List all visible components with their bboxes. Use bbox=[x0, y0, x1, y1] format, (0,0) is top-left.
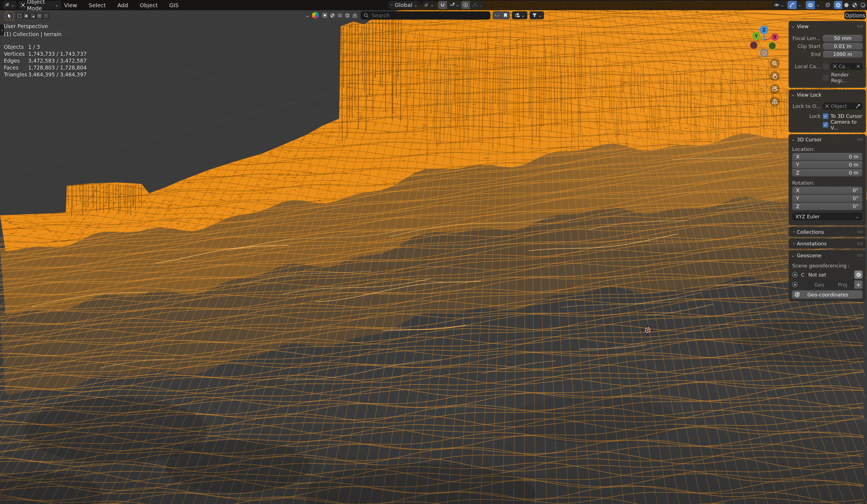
drag-grip-icon[interactable] bbox=[857, 242, 863, 245]
orientation-label: Global bbox=[395, 2, 412, 8]
select-mode-invert[interactable] bbox=[36, 13, 43, 19]
curve-falloff-button[interactable] bbox=[493, 11, 501, 19]
crs-settings-button[interactable] bbox=[854, 270, 863, 279]
clip-end-field[interactable]: 1000 m bbox=[823, 51, 863, 58]
shading-wireframe-button[interactable] bbox=[834, 1, 842, 9]
overlays-icon bbox=[807, 2, 813, 8]
tab-render[interactable] bbox=[329, 12, 336, 19]
viewport-canvas[interactable] bbox=[0, 0, 867, 504]
snap-toggle[interactable] bbox=[438, 1, 447, 9]
panel-geoscene-header[interactable]: ⌄ Geoscene bbox=[791, 252, 863, 259]
proj-button[interactable]: Proj bbox=[831, 280, 854, 289]
drag-grip-icon[interactable] bbox=[857, 138, 863, 141]
menu-object[interactable]: Object bbox=[140, 2, 158, 9]
clip-start-field[interactable]: 0.01 m bbox=[823, 43, 863, 50]
proportional-falloff-dropdown[interactable]: ⌄ bbox=[470, 1, 484, 9]
tab-brush[interactable] bbox=[351, 12, 358, 19]
shading-solid-button[interactable] bbox=[842, 1, 850, 9]
crs-radio[interactable] bbox=[792, 272, 798, 277]
search-input[interactable] bbox=[361, 11, 490, 20]
camera-to-view-checkbox[interactable]: ✓ bbox=[823, 122, 828, 128]
chevron-down-icon: ⌄ bbox=[780, 3, 784, 7]
sidebar-open-tab[interactable]: › bbox=[0, 24, 4, 35]
cursor-rotation-x[interactable]: X0° bbox=[792, 186, 862, 194]
visibility-dropdown[interactable]: ⌄ bbox=[772, 1, 786, 9]
gizmo-dropdown[interactable]: ⌄ bbox=[796, 1, 803, 9]
focal-length-field[interactable]: 50 mm bbox=[823, 35, 863, 42]
transform-orientation-dropdown[interactable]: Global ⌄ bbox=[388, 1, 420, 9]
menu-gis[interactable]: GIS bbox=[169, 2, 179, 9]
render-region-checkbox[interactable] bbox=[823, 75, 829, 81]
panel-collections[interactable]: ⌄ Collections bbox=[789, 227, 866, 237]
panel-annotations[interactable]: ⌄ Annotations bbox=[789, 238, 866, 248]
menu-add[interactable]: Add bbox=[117, 2, 128, 9]
chevron-down-icon[interactable]: ⌄ bbox=[305, 12, 310, 18]
cursor-location-x[interactable]: X0 m bbox=[792, 153, 862, 160]
shading-rendered-button[interactable] bbox=[859, 1, 867, 9]
editor-type-button[interactable]: ⌄ bbox=[3, 1, 17, 9]
geo-button[interactable]: Geo bbox=[808, 280, 831, 289]
shading-material-button[interactable] bbox=[850, 1, 859, 9]
proportional-edit-toggle[interactable] bbox=[461, 1, 470, 9]
menu-view[interactable]: View bbox=[64, 2, 77, 9]
zoom-button[interactable] bbox=[770, 58, 780, 68]
cursor-location-y[interactable]: Y0 m bbox=[792, 161, 862, 168]
axis-x-label: X bbox=[773, 35, 777, 40]
panel-geoscene: ⌄ Geoscene Scene georeferencing : C Not … bbox=[789, 250, 866, 301]
show-overlays-toggle[interactable] bbox=[806, 1, 815, 9]
cursor-location-z[interactable]: Z0 m bbox=[792, 169, 862, 176]
tab-physics[interactable] bbox=[336, 12, 343, 19]
bookmark-button[interactable] bbox=[501, 11, 510, 19]
orthographic-toggle-button[interactable] bbox=[770, 97, 780, 107]
geo-radio[interactable] bbox=[792, 282, 798, 287]
select-mode-subtract[interactable] bbox=[29, 13, 36, 19]
rotation-mode-dropdown[interactable]: XYZ Euler ⌄ bbox=[792, 213, 862, 220]
editor-3d-viewport-icon bbox=[5, 2, 9, 8]
menu-select[interactable]: Select bbox=[89, 2, 106, 9]
panel-view-header[interactable]: ⌄ View bbox=[791, 23, 863, 30]
cursor-rotation-y[interactable]: Y0° bbox=[792, 195, 862, 202]
xray-toggle[interactable] bbox=[823, 1, 832, 9]
tab-tool[interactable] bbox=[321, 12, 329, 19]
filter-dropdown[interactable]: ⌄ bbox=[529, 11, 544, 19]
options-dropdown[interactable]: Options bbox=[844, 11, 866, 19]
location-label: Location: bbox=[792, 146, 815, 152]
gis-addon-icon[interactable] bbox=[312, 12, 319, 19]
lock-3d-cursor-checkbox[interactable]: ✓ bbox=[823, 114, 828, 119]
camera-data-icon bbox=[833, 64, 837, 68]
mode-dropdown[interactable]: Object Mode ⌄ bbox=[18, 1, 61, 9]
drag-grip-icon[interactable] bbox=[857, 231, 863, 233]
local-camera-object-field[interactable]: Ca... ✕ bbox=[831, 63, 863, 70]
panel-view-lock-header[interactable]: ⌄ View Lock bbox=[791, 92, 863, 98]
geo-coordinates-button[interactable]: Geo-coordinates bbox=[792, 290, 863, 299]
camera-view-button[interactable] bbox=[770, 84, 780, 94]
select-mode-intersect[interactable] bbox=[43, 13, 49, 19]
pivot-point-dropdown[interactable]: ⌄ bbox=[422, 1, 436, 9]
snap-target-dropdown[interactable]: ⌄ bbox=[447, 1, 461, 9]
display-mode-dropdown[interactable]: ⌄ bbox=[512, 11, 527, 19]
chevron-down-icon: ⌄ bbox=[791, 24, 795, 29]
panel-3d-cursor-header[interactable]: ⌄ 3D Cursor bbox=[791, 136, 863, 143]
cursor-rotation-z[interactable]: Z0° bbox=[792, 203, 862, 210]
eyedropper-icon[interactable] bbox=[856, 104, 860, 108]
navigation-gizmo[interactable]: Z Y X bbox=[747, 23, 781, 57]
pan-button[interactable] bbox=[770, 71, 780, 81]
clip-start-label: Clip Start bbox=[789, 43, 821, 49]
panel-title: View bbox=[797, 23, 809, 29]
drag-grip-icon[interactable] bbox=[857, 25, 863, 28]
close-icon[interactable]: ✕ bbox=[856, 64, 860, 69]
select-mode-set[interactable] bbox=[16, 13, 23, 19]
chevron-right-icon: ⌄ bbox=[791, 242, 795, 245]
overlays-dropdown[interactable]: ⌄ bbox=[815, 1, 821, 9]
pivot-icon bbox=[425, 2, 429, 8]
chevron-down-icon: ⌄ bbox=[791, 137, 795, 142]
local-camera-checkbox[interactable] bbox=[823, 64, 829, 69]
camera-icon bbox=[771, 86, 778, 92]
show-gizmo-toggle[interactable] bbox=[788, 1, 796, 9]
drag-grip-icon[interactable] bbox=[857, 254, 863, 257]
tab-world[interactable] bbox=[343, 12, 351, 19]
add-crs-button[interactable]: + bbox=[854, 280, 863, 289]
select-mode-extend[interactable] bbox=[23, 13, 29, 19]
active-tool-select-box[interactable] bbox=[5, 12, 14, 20]
lock-to-object-field[interactable]: Object bbox=[823, 103, 863, 110]
